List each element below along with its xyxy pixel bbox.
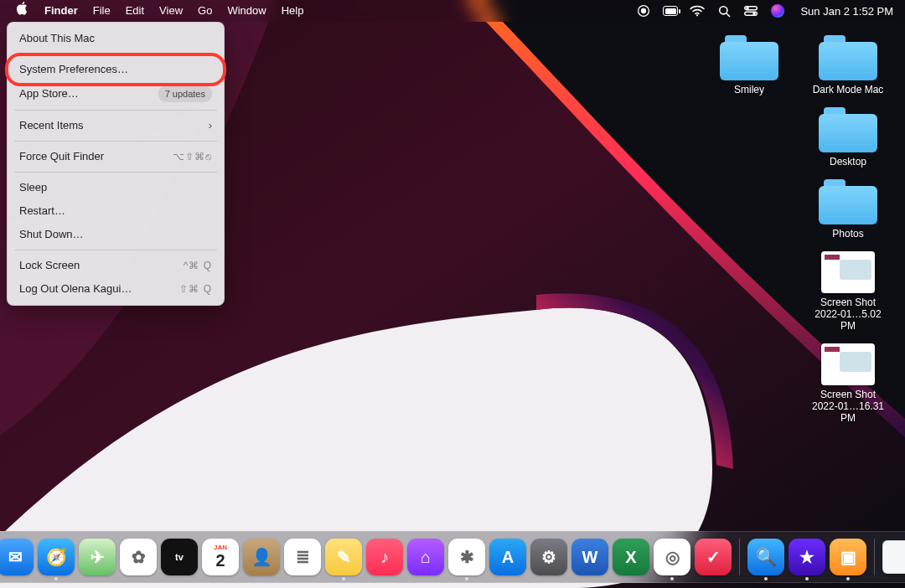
svg-line-5	[727, 13, 730, 17]
svg-point-9	[753, 13, 755, 14]
screen-record-icon[interactable]	[636, 3, 651, 18]
menu-item-label: Force Quit Finder	[19, 149, 104, 164]
apple-menu-item[interactable]: Sleep	[8, 176, 224, 199]
dock-app-maps[interactable]: ✈	[79, 539, 116, 575]
dock-app-word[interactable]: W	[571, 539, 608, 575]
dock-app-chrome[interactable]: ◎	[654, 539, 690, 575]
apple-menu-item[interactable]: About This Mac	[8, 27, 224, 50]
apple-menu-item[interactable]: App Store…7 updates	[8, 81, 224, 106]
menu-item-label: About This Mac	[19, 31, 95, 46]
desktop-folder[interactable]: Smiley	[707, 35, 791, 95]
svg-point-7	[747, 8, 748, 9]
svg-point-2	[642, 9, 646, 13]
dock-app-settings[interactable]: ⚙	[530, 539, 567, 575]
dock-app-app-store[interactable]: A	[489, 539, 526, 575]
apple-menu-item[interactable]: Log Out Olena Kagui…⇧⌘ Q	[8, 277, 224, 301]
menu-help[interactable]: Help	[274, 0, 312, 22]
menu-item-shortcut: ⌥⇧⌘⎋	[173, 149, 212, 164]
folder-icon	[819, 179, 877, 224]
chevron-right-icon: ›	[209, 118, 212, 133]
menu-item-label: Lock Screen	[19, 258, 80, 273]
folder-icon	[819, 35, 877, 80]
dock-app-todoist[interactable]: ✓	[695, 539, 732, 575]
desktop-icon-label: Dark Mode Mac	[813, 84, 884, 95]
apple-menu-item[interactable]: Recent Items›	[8, 114, 224, 137]
dock-app-photos[interactable]: ✿	[120, 539, 157, 575]
apple-menu-item[interactable]: Shut Down…	[8, 223, 224, 246]
svg-point-4	[720, 6, 727, 13]
menu-item-label: Log Out Olena Kagui…	[19, 281, 132, 297]
menubar-app-name[interactable]: Finder	[37, 0, 85, 22]
menu-view[interactable]: View	[152, 0, 190, 22]
menu-go[interactable]: Go	[190, 0, 220, 22]
apple-menu-item[interactable]: Restart…	[8, 199, 224, 223]
menu-item-label: System Preferences…	[19, 62, 128, 77]
menu-item-shortcut: ^⌘ Q	[184, 258, 212, 273]
menu-item-label: Sleep	[19, 180, 47, 195]
control-center-icon[interactable]	[743, 3, 758, 18]
desktop-icon-label: Screen Shot 2022-01…5.02 PM	[806, 297, 890, 332]
desktop-file[interactable]: Screen Shot 2022-01…16.31 PM	[806, 343, 890, 424]
desktop-icon-label: Screen Shot 2022-01…16.31 PM	[806, 389, 890, 424]
dock-app-podcasts[interactable]: ⌂	[407, 539, 444, 575]
menu-window[interactable]: Window	[220, 0, 273, 22]
spotlight-icon[interactable]	[716, 3, 732, 18]
apple-dropdown-menu: About This MacSystem Preferences…App Sto…	[7, 22, 225, 306]
dock-app-preview[interactable]: 🔍	[747, 539, 784, 575]
desktop-folder[interactable]: Photos	[806, 179, 890, 240]
menu-item-label: App Store…	[19, 86, 79, 101]
menu-item-label: Restart…	[19, 204, 65, 219]
apple-menu-item[interactable]: Force Quit Finder⌥⇧⌘⎋	[8, 145, 224, 168]
dock-app-slack[interactable]: ✱	[448, 539, 485, 575]
dock-app-reminders[interactable]: ≣	[284, 539, 321, 575]
file-thumbnail-icon	[821, 343, 875, 385]
desktop-icon-label: Photos	[832, 228, 863, 240]
dock-app-mail[interactable]: ✉	[0, 539, 34, 575]
wifi-icon[interactable]	[690, 3, 705, 18]
apple-menu-item[interactable]: System Preferences…	[8, 58, 224, 81]
desktop-icon-label: Smiley	[734, 84, 764, 95]
menu-item-label: Shut Down…	[19, 227, 84, 242]
dock-app-contacts[interactable]: 👤	[243, 539, 280, 575]
svg-point-3	[696, 14, 698, 16]
folder-icon	[819, 107, 877, 152]
menu-edit[interactable]: Edit	[118, 0, 152, 22]
dock-app-music[interactable]: ♪	[366, 539, 403, 575]
dock: ☺⊞✉🎥✉🧭✈✿tvJAN2👤≣✎♪⌂✱A⚙WX◎✓🔍★▣	[0, 531, 905, 583]
battery-icon[interactable]	[663, 3, 678, 18]
menu-bar: Finder File Edit View Go Window Help Sun…	[0, 0, 905, 22]
menu-item-label: Recent Items	[19, 118, 84, 133]
dock-separator	[739, 539, 740, 575]
dock-app-excel[interactable]: X	[613, 539, 649, 575]
dock-minimized-window[interactable]	[882, 540, 905, 574]
menu-item-badge: 7 updates	[158, 85, 212, 102]
dock-app-imovie[interactable]: ★	[789, 539, 825, 575]
menubar-clock[interactable]: Sun Jan 2 1:52 PM	[800, 5, 893, 18]
folder-icon	[720, 35, 778, 80]
apple-menu-button[interactable]	[8, 0, 37, 22]
dock-separator	[874, 539, 875, 575]
menu-file[interactable]: File	[85, 0, 118, 22]
dock-app-calendar[interactable]: JAN2	[202, 539, 239, 575]
dock-app-safari[interactable]: 🧭	[38, 539, 75, 575]
desktop-icons-area: SmileyDark Mode MacDesktopPhotosScreen S…	[697, 35, 890, 424]
siri-icon[interactable]	[770, 3, 785, 18]
dock-app-mediaapp[interactable]: ▣	[830, 539, 866, 575]
dock-app-notes[interactable]: ✎	[325, 539, 362, 575]
desktop-folder[interactable]: Dark Mode Mac	[806, 35, 890, 95]
file-thumbnail-icon	[821, 251, 875, 293]
desktop-folder[interactable]: Desktop	[806, 107, 890, 168]
desktop-file[interactable]: Screen Shot 2022-01…5.02 PM	[806, 251, 890, 332]
menu-item-shortcut: ⇧⌘ Q	[179, 281, 212, 297]
dock-app-tv[interactable]: tv	[161, 539, 198, 575]
apple-menu-item[interactable]: Lock Screen^⌘ Q	[8, 254, 224, 277]
desktop-icon-label: Desktop	[830, 156, 866, 168]
